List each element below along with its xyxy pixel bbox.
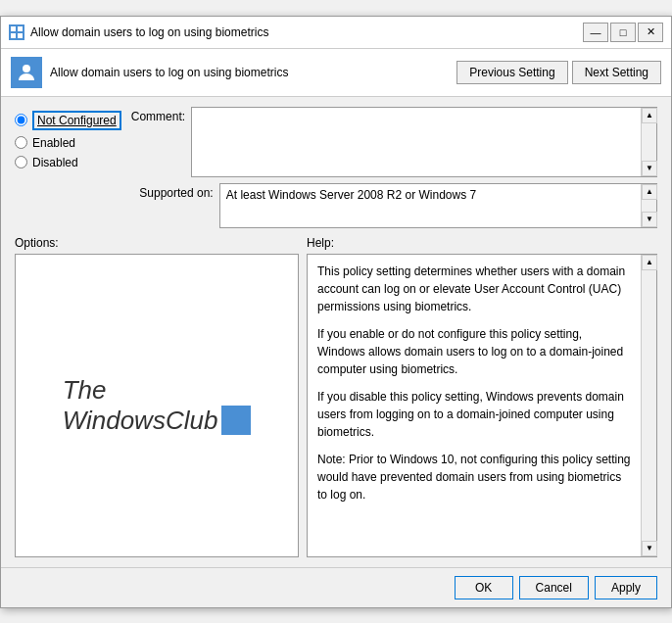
radio-group: Not Configured Enabled Disabled [15,107,121,228]
radio-not-configured[interactable]: Not Configured [15,111,121,130]
svg-rect-2 [11,33,16,38]
help-para-1: This policy setting determines whether u… [317,263,631,315]
help-scroll-up[interactable]: ▲ [642,255,657,270]
supported-row: Supported on: At least Windows Server 20… [131,183,657,228]
comment-scrollbar: ▲ ▼ [641,108,656,176]
section-labels: Options: Help: [15,236,657,250]
header-bar: Allow domain users to log on using biome… [1,49,671,97]
options-help: The WindowsClub This policy setting dete… [15,254,657,557]
supported-scroll-down[interactable]: ▼ [642,212,657,227]
title-bar-left: Allow domain users to log on using biome… [9,24,268,40]
help-panel: This policy setting determines whether u… [307,254,657,557]
logo-brand: WindowsClub [63,406,252,436]
help-para-3: If you disable this policy setting, Wind… [317,388,631,441]
ok-button[interactable]: OK [455,576,513,599]
apply-button[interactable]: Apply [595,576,657,599]
help-para-2: If you enable or do not configure this p… [317,325,631,378]
supported-scroll-up[interactable]: ▲ [642,184,657,200]
logo-square-icon [221,406,251,435]
header-buttons: Previous Setting Next Setting [456,61,661,84]
logo-brand-text: WindowsClub [63,406,218,436]
options-logo: The WindowsClub [63,375,252,436]
comment-label: Comment: [131,107,191,123]
supported-value: At least Windows Server 2008 R2 or Windo… [220,184,641,227]
help-scroll-down[interactable]: ▼ [642,541,657,556]
title-bar: Allow domain users to log on using biome… [1,17,671,49]
minimize-button[interactable]: — [583,23,608,42]
main-content: Not Configured Enabled Disabled Comment: [1,97,671,567]
window-icon [9,24,24,40]
supported-scrollbar: ▲ ▼ [641,184,656,227]
main-window: Allow domain users to log on using biome… [0,16,672,608]
header-title: Allow domain users to log on using biome… [50,66,288,79]
svg-rect-3 [18,33,23,38]
help-para-4: Note: Prior to Windows 10, not configuri… [317,451,631,503]
top-section: Not Configured Enabled Disabled Comment: [15,107,657,228]
logo-line1: The [63,375,107,406]
comment-row: Comment: ▲ ▼ [131,107,657,177]
window-title: Allow domain users to log on using biome… [30,25,268,39]
comment-input[interactable] [192,108,641,176]
supported-label: Supported on: [131,183,219,200]
options-label: Options: [15,236,299,250]
close-button[interactable]: ✕ [638,23,663,42]
svg-point-4 [23,65,30,72]
prev-setting-button[interactable]: Previous Setting [456,61,567,84]
header-left: Allow domain users to log on using biome… [11,57,288,88]
maximize-button[interactable]: □ [610,23,636,42]
comment-field-wrapper: ▲ ▼ [191,107,657,177]
next-setting-button[interactable]: Next Setting [572,61,661,84]
help-content: This policy setting determines whether u… [308,255,641,556]
title-controls: — □ ✕ [583,23,663,42]
supported-field-wrapper: At least Windows Server 2008 R2 or Windo… [219,183,657,228]
svg-rect-0 [11,26,16,31]
comment-scroll-up[interactable]: ▲ [642,108,657,123]
comment-scroll-down[interactable]: ▼ [642,161,657,176]
svg-rect-1 [18,26,23,31]
header-icon [11,57,42,88]
help-label: Help: [307,236,657,250]
help-scrollbar: ▲ ▼ [641,255,656,556]
cancel-button[interactable]: Cancel [519,576,589,599]
options-panel: The WindowsClub [15,254,299,557]
radio-disabled[interactable]: Disabled [15,156,121,169]
radio-enabled[interactable]: Enabled [15,136,121,150]
footer: OK Cancel Apply [1,567,671,607]
right-column: Comment: ▲ ▼ Supported on: At least Wind… [131,107,657,228]
